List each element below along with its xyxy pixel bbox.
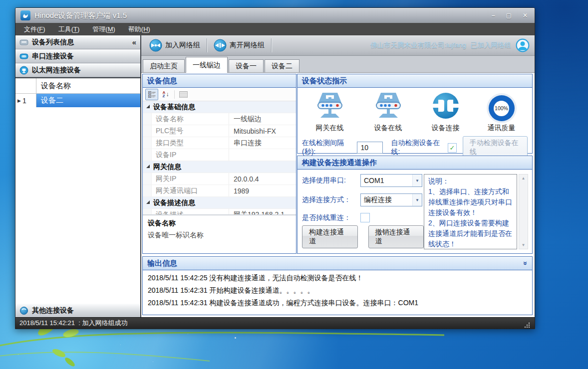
property-label: 网关通讯端口	[152, 185, 229, 196]
user-info: 佛山市天腾木业有限公司:iujfang 已加入网络组	[370, 38, 530, 52]
channel-header: 构建设备连接通道操作	[297, 156, 532, 170]
log-line: 2018/5/11 15:42:25 没有构建连接通道，无法自动检测设备是否在线…	[148, 274, 527, 283]
sidebar-collapse-icon[interactable]: «	[132, 38, 136, 46]
join-network-button[interactable]: 加入网络组	[146, 38, 203, 53]
tab-device-2[interactable]: 设备二	[265, 59, 299, 72]
auto-detect-checkbox[interactable]: ✓	[448, 143, 457, 153]
notes-scrollbar[interactable]: ▲ ▼	[519, 174, 528, 249]
output-panel: 输出信息 » 2018/5/11 15:42:25 没有构建连接通道，无法自动检…	[142, 256, 533, 315]
property-category-row[interactable]: 设备描述信息	[143, 197, 296, 209]
device-list-sidebar: 设备列表信息 « 串口连接设备以太网连接设备 设备名称 ▶1设备二 其他连接设备	[15, 35, 141, 318]
toolbar-separator	[271, 38, 272, 52]
reconnect-label: 是否掉线重连：	[302, 213, 360, 222]
serial-port-select[interactable]: COM1 ▼	[360, 174, 422, 187]
sidebar-group-label: 以太网连接设备	[32, 66, 81, 75]
property-grid: 设备基础信息设备名称一线锯边PLC型号Mitsubishi-FX接口类型串口连接…	[143, 101, 296, 214]
channel-panel: 构建设备连接通道操作 选择使用串口: COM1 ▼	[297, 156, 533, 254]
tab-home[interactable]: 启动主页	[143, 59, 185, 72]
property-pages-icon[interactable]	[177, 89, 189, 100]
maximize-button[interactable]: ▢	[506, 12, 512, 19]
property-category-row[interactable]: 设备基础信息	[143, 101, 296, 113]
menu-bar: 文件(F)工具(T)管理(M)帮助(H)	[15, 23, 535, 35]
property-row[interactable]: 设备描述网关192.168.2.1	[143, 209, 296, 214]
sidebar-header-label: 设备列表信息	[32, 38, 74, 47]
property-row[interactable]: PLC型号Mitsubishi-FX	[143, 125, 296, 137]
channel-body: 选择使用串口: COM1 ▼ 选择连接方式： 编程连接 ▼	[297, 170, 532, 253]
menu-item-tools[interactable]: 工具(T)	[53, 23, 85, 35]
auto-detect-label: 自动检测设备在线:	[391, 139, 444, 157]
status-bar: 2018/5/11 15:42:21 : 加入网络组成功	[15, 317, 535, 329]
reconnect-checkbox[interactable]	[360, 213, 370, 222]
property-label: 设备名称	[152, 113, 229, 125]
status-text: 2018/5/11 15:42:21 : 加入网络组成功	[19, 319, 128, 328]
chevron-down-icon: ▼	[412, 194, 422, 206]
quality-ring-hole: 100%	[494, 101, 509, 116]
company-user-text: 佛山市天腾木业有限公司:iujfang	[370, 41, 466, 50]
toolbar-separator	[207, 38, 207, 52]
sidebar-group-other[interactable]: 其他连接设备	[15, 304, 140, 318]
revoke-channel-button[interactable]: 撤销连接通道	[368, 225, 424, 248]
row-pointer-icon: ▶	[17, 98, 21, 103]
connect-mode-value: 编程连接	[361, 194, 412, 206]
title-bar[interactable]: Hinode设备管理客户端 v1.5 – ▢ ✕	[15, 8, 535, 23]
output-log: 2018/5/11 15:42:25 没有构建连接通道，无法自动检测设备是否在线…	[143, 270, 532, 315]
menu-item-help[interactable]: 帮助(H)	[123, 23, 156, 35]
property-category-row[interactable]: 网关信息	[143, 161, 296, 173]
resize-grip[interactable]	[524, 322, 531, 329]
property-row[interactable]: 网关通讯端口1989	[143, 185, 296, 197]
category-label: 设备描述信息	[153, 198, 195, 207]
channel-form: 选择使用串口: COM1 ▼ 选择连接方式： 编程连接 ▼	[302, 174, 424, 249]
property-label: 网关IP	[152, 173, 229, 184]
join-network-label: 加入网络组	[165, 41, 200, 50]
description-text: 设备唯一标识名称	[148, 231, 291, 240]
device-table-header: 设备名称	[15, 78, 140, 94]
sidebar-header[interactable]: 设备列表信息 «	[15, 35, 140, 49]
build-channel-button[interactable]: 构建连接通道	[302, 225, 358, 248]
comm-quality-icon: 100%	[489, 95, 515, 121]
row-indent	[143, 113, 152, 125]
collapse-output-icon[interactable]: »	[522, 261, 530, 265]
tab-device-1[interactable]: 设备一	[229, 59, 264, 72]
leave-network-icon	[214, 39, 227, 52]
menu-item-manage[interactable]: 管理(M)	[87, 23, 121, 35]
channel-title: 构建设备连接通道操作	[302, 158, 377, 168]
indicator-label: 网关在线	[316, 124, 344, 133]
category-label: 网关信息	[153, 163, 181, 172]
property-value: 网关192.168.2.1	[229, 210, 296, 215]
sidebar-group-ethernet[interactable]: 以太网连接设备	[15, 63, 140, 77]
interval-input[interactable]: 10	[357, 142, 383, 154]
indicator-label: 设备在线	[374, 124, 402, 133]
row-indent	[143, 173, 152, 184]
leave-network-button[interactable]: 离开网络组	[211, 38, 268, 53]
scroll-up-icon[interactable]: ▲	[519, 175, 528, 182]
network-status-text: 已加入网络组	[471, 41, 511, 50]
sidebar-group-serial[interactable]: 串口连接设备	[15, 49, 140, 63]
device-row[interactable]: ▶1设备二	[15, 94, 140, 107]
property-row[interactable]: 接口类型串口连接	[143, 137, 296, 149]
window-title: Hinode设备管理客户端 v1.5	[34, 11, 127, 20]
connect-mode-select[interactable]: 编程连接 ▼	[360, 193, 422, 206]
name-column-header: 设备名称	[36, 78, 140, 93]
log-line: 2018/5/11 15:42:31 构建设备连接通道成功，编程方式连接串口设备…	[148, 299, 527, 308]
serial-device-icon	[19, 52, 28, 61]
property-row[interactable]: 网关IP20.0.0.4	[143, 173, 296, 185]
close-button[interactable]: ✕	[523, 12, 528, 19]
note-line: 说明：	[428, 176, 513, 186]
minimize-button[interactable]: –	[492, 12, 495, 19]
property-grid-toolbar: AZ↓	[143, 88, 296, 101]
property-row[interactable]: 设备IP	[143, 149, 296, 161]
window-body: 设备列表信息 « 串口连接设备以太网连接设备 设备名称 ▶1设备二 其他连接设备	[15, 35, 535, 318]
note-line: 1、选择串口、连接方式和掉线重连操作选项只对串口连接设备有效！	[428, 186, 513, 218]
avatar-icon[interactable]	[516, 38, 530, 52]
other-device-icon	[19, 306, 28, 315]
sort-az-icon[interactable]: AZ↓	[160, 89, 172, 100]
categorized-icon[interactable]	[145, 89, 158, 100]
menu-item-file[interactable]: 文件(F)	[18, 23, 51, 35]
menu-mnemonic: H	[143, 25, 148, 33]
property-row[interactable]: 设备名称一线锯边	[143, 113, 296, 125]
indicator-label: 设备连接	[432, 124, 460, 133]
tab-saw-edge[interactable]: 一线锯边	[186, 57, 228, 73]
sidebar-footer-label: 其他连接设备	[32, 306, 74, 315]
scroll-down-icon[interactable]: ▼	[519, 241, 528, 249]
app-logo-icon	[20, 10, 30, 20]
